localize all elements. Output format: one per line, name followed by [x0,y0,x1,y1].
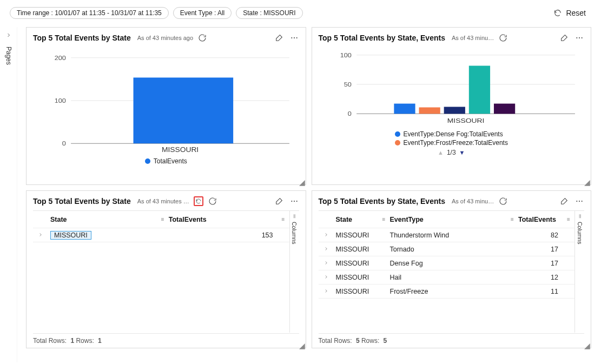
cell-eventtype: Dense Fog [390,260,511,267]
svg-point-12 [582,37,583,38]
table-row[interactable]: MISSOURI 153 [33,228,289,242]
table-row[interactable]: MISSOURIDense Fog17 [319,256,575,270]
pager-prev-icon[interactable]: ▲ [438,149,444,156]
edit-icon[interactable] [559,33,569,43]
legend-swatch-icon [395,140,400,145]
refresh-icon[interactable] [498,196,508,206]
svg-point-10 [576,37,577,38]
more-icon[interactable] [574,196,584,206]
cell-eventtype: Hail [390,274,511,281]
x-axis-label: MISSOURI [447,117,484,124]
svg-rect-20 [419,107,440,114]
col-state[interactable]: State [334,216,382,223]
svg-rect-9 [134,77,234,143]
edit-icon[interactable] [274,33,284,43]
legend-item-frost-freeze: EventType:Frost/Freeze:TotalEvents [395,139,508,147]
col-totalevents[interactable]: TotalEvents [169,216,282,223]
edit-icon[interactable] [274,196,284,206]
columns-rail[interactable]: ⦀ Columns [289,210,299,333]
cell-state: MISSOURI [48,230,161,241]
table-row[interactable]: MISSOURIHail12 [319,270,575,284]
cell-state: MISSOURI [334,231,382,239]
columns-icon: ⦀ [579,213,581,220]
chart-plot: 200 100 0 MISSOURI [46,47,296,154]
svg-rect-19 [394,104,415,114]
table-wrap: State ≡ EventType ≡ TotalEvents ≡ MISSOU… [319,210,585,333]
col-state[interactable]: State [48,216,161,223]
more-icon[interactable] [574,33,584,43]
card-total-events-by-state-chart: Top 5 Total Events by State As of 43 min… [26,27,306,185]
columns-label: Columns [577,222,583,244]
card-title: Top 5 Total Events by State [33,197,131,206]
col-menu-icon[interactable]: ≡ [567,216,574,222]
reset-icon[interactable] [194,196,203,206]
cell-state: MISSOURI [334,260,382,267]
table-row[interactable]: MISSOURITornado17 [319,242,575,256]
resize-handle-icon: ◢ [299,341,305,347]
cell-total: 82 [518,231,567,239]
pages-tab: Pages [0,27,17,362]
filter-time-range[interactable]: Time range : 10/01/07 at 11:35 - 10/31/0… [10,7,169,19]
card-actions [559,196,584,206]
legend-label: EventType:Frost/Freeze:TotalEvents [404,139,508,147]
cell-total: 12 [518,274,567,281]
asof-label: As of 43 minutes … [137,198,189,204]
cell-total: 17 [518,246,567,253]
card-header: Top 5 Total Events by State, Events As o… [319,32,585,44]
legend-swatch-icon [145,158,150,164]
chart-legend: TotalEvents [33,157,299,165]
col-menu-icon[interactable]: ≡ [282,216,289,222]
legend-label: TotalEvents [154,157,187,165]
resize-handle-icon: ◢ [584,341,590,347]
reset-label: Reset [566,9,586,17]
columns-label: Columns [291,222,298,244]
col-menu-icon[interactable]: ≡ [382,216,390,222]
refresh-icon[interactable] [208,196,217,206]
card-actions [274,33,299,43]
table-row[interactable]: MISSOURIThunderstorm Wind82 [319,228,575,242]
cell-eventtype: Thunderstorm Wind [390,231,511,239]
card-header: Top 5 Total Events by State, Events As o… [319,195,585,207]
card-total-events-by-state-events-table: Top 5 Total Events by State, Events As o… [312,190,592,348]
pager-text: 1/3 [447,149,456,156]
refresh-icon[interactable] [197,33,207,43]
edit-icon[interactable] [559,196,569,206]
cell-total: 11 [518,288,567,295]
expand-pages-icon[interactable] [5,31,12,40]
table-wrap: State ≡ TotalEvents ≡ MISSOURI 153 [33,210,299,333]
reset-button[interactable]: Reset [547,6,591,20]
table-footer: Total Rows: 5 Rows: 5 [319,333,585,345]
refresh-icon[interactable] [498,33,508,43]
more-icon[interactable] [289,33,299,43]
expand-row-icon[interactable] [319,260,334,267]
filter-event-type[interactable]: Event Type : All [173,7,232,19]
filter-state[interactable]: State : MISSOURI [236,7,302,19]
legend-item-totalevents: TotalEvents [145,157,187,165]
expand-row-icon[interactable] [319,231,334,239]
col-eventtype[interactable]: EventType [390,216,511,223]
col-totalevents[interactable]: TotalEvents [518,216,567,223]
cell-eventtype: Frost/Freeze [390,288,511,295]
more-icon[interactable] [289,196,299,206]
col-menu-icon[interactable]: ≡ [511,216,518,222]
card-actions [274,196,299,206]
expand-row-icon[interactable] [319,274,334,281]
legend-label: EventType:Dense Fog:TotalEvents [404,130,503,138]
columns-rail[interactable]: ⦀ Columns [574,210,584,333]
dashboard-board: Top 5 Total Events by State As of 43 min… [26,27,591,358]
svg-text:200: 200 [55,55,67,62]
footer-rows-label: Rows: [76,337,94,345]
expand-row-icon[interactable] [319,288,334,295]
expand-row-icon[interactable] [319,246,334,253]
pager-next-icon[interactable]: ▼ [459,149,465,156]
pages-label[interactable]: Pages [5,47,12,65]
svg-point-1 [293,37,294,38]
expand-row-icon[interactable] [33,231,48,239]
footer-total-rows-label: Total Rows: [319,337,352,345]
resize-handle-icon: ◢ [299,178,305,183]
card-title: Top 5 Total Events by State, Events [319,197,445,206]
table-row[interactable]: MISSOURIFrost/Freeze11 [319,284,575,299]
svg-rect-23 [493,104,514,114]
svg-point-11 [579,37,580,38]
col-menu-icon[interactable]: ≡ [161,216,169,222]
